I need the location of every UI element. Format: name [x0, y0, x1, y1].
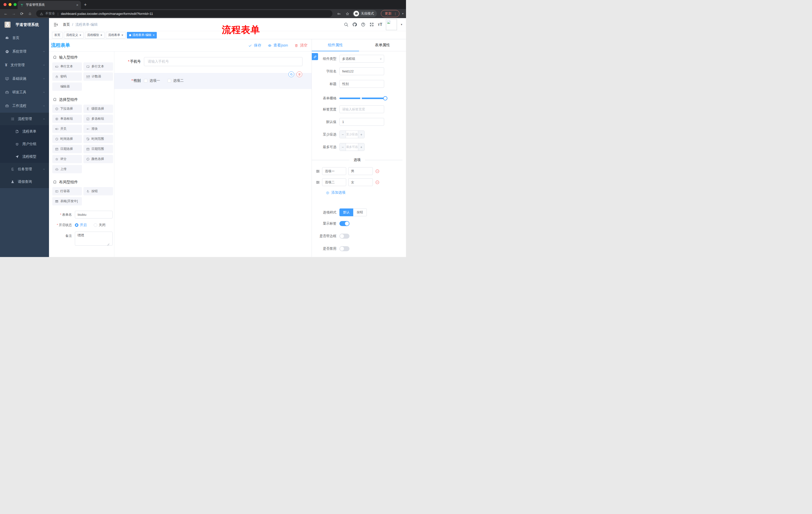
toolbar-caret-icon[interactable]: ▾ — [402, 12, 404, 15]
gender-option-1[interactable]: 选项一 — [144, 78, 160, 83]
palette-item-select[interactable]: 下拉选择 — [52, 105, 82, 113]
save-button[interactable]: 保存 — [248, 43, 261, 48]
tab-form-props[interactable]: 表单属性 — [359, 39, 406, 51]
window-minimize-button[interactable] — [8, 3, 11, 6]
tag-process-form-edit[interactable]: 流程表单-编辑× — [127, 32, 157, 38]
tag-close-icon[interactable]: × — [100, 33, 103, 37]
tag-process-definition[interactable]: 流程定义× — [64, 32, 84, 38]
palette-item-button[interactable]: 按钮 — [83, 187, 113, 195]
password-key-icon[interactable] — [337, 11, 341, 16]
sidebar-item-user-group[interactable]: 用户分组 — [0, 138, 49, 151]
delete-field-button[interactable] — [296, 72, 302, 77]
breadcrumb-home[interactable]: 首页 — [63, 22, 70, 27]
option-value-input[interactable] — [348, 167, 373, 175]
tag-process-model[interactable]: 流程模型× — [85, 32, 105, 38]
tag-home[interactable]: 首页 — [52, 32, 63, 38]
palette-item-single-line-text[interactable]: 单行文本 — [52, 62, 82, 71]
duplicate-field-button[interactable] — [288, 72, 294, 77]
phone-input[interactable]: 请输入手机号 — [144, 57, 302, 66]
github-icon[interactable] — [352, 22, 357, 27]
tag-close-icon[interactable]: × — [79, 33, 81, 37]
option-label-input[interactable] — [322, 167, 346, 175]
remove-option-button[interactable] — [375, 169, 380, 173]
palette-item-counter[interactable]: 123计数器 — [83, 73, 113, 81]
palette-item-radio-group[interactable]: 单选框组 — [52, 115, 82, 123]
palette-item-row-container[interactable]: 行容器 — [52, 187, 82, 195]
sidebar-item-infra[interactable]: 基础设施 — [0, 72, 49, 85]
increase-button[interactable]: + — [358, 131, 364, 138]
title-input[interactable] — [340, 80, 384, 88]
palette-item-time-range[interactable]: 时间范围 — [83, 135, 113, 143]
update-button[interactable]: 更新 — [381, 10, 400, 17]
toggle-show-label[interactable] — [340, 221, 349, 226]
view-json-button[interactable]: 查看json — [268, 43, 288, 48]
tab-component-props[interactable]: 组件属性 — [312, 39, 359, 51]
palette-item-multi-line-text[interactable]: 多行文本 — [83, 62, 113, 71]
palette-item-checkbox-group[interactable]: 多选框组 — [83, 115, 113, 123]
decrease-button[interactable]: − — [340, 143, 346, 151]
sidebar-item-process-model[interactable]: 流程模型 — [0, 151, 49, 163]
sidebar-item-process-form[interactable]: 流程表单 — [0, 125, 49, 138]
tab-close-icon[interactable]: × — [76, 3, 78, 7]
sidebar-item-home[interactable]: 首页 — [0, 31, 49, 45]
checkbox-icon[interactable] — [168, 79, 171, 82]
toggle-disabled[interactable] — [340, 246, 349, 251]
sidebar-item-leave-query[interactable]: 请假查询 — [0, 175, 49, 188]
checkbox-icon[interactable] — [144, 79, 147, 82]
status-option-open[interactable]: 开启 — [80, 223, 87, 227]
palette-item-switch[interactable]: 开关 — [52, 125, 82, 133]
sidebar-item-workflow[interactable]: 工作流程 — [0, 99, 49, 113]
remark-textarea[interactable] — [75, 232, 113, 246]
palette-item-upload[interactable]: 上传 — [52, 165, 82, 173]
search-icon[interactable] — [344, 22, 348, 27]
link-tag-button[interactable] — [312, 53, 318, 60]
palette-item-color-picker[interactable]: 颜色选择 — [83, 155, 113, 163]
radio-on-icon[interactable] — [75, 223, 78, 227]
add-option-button[interactable]: 添加选项 — [326, 190, 345, 195]
sidebar-item-devtools[interactable]: 研发工具 — [0, 85, 49, 99]
label-width-input[interactable] — [340, 105, 384, 113]
tag-close-icon[interactable]: × — [121, 33, 123, 37]
decrease-button[interactable]: − — [340, 131, 346, 138]
tag-close-icon[interactable]: × — [153, 33, 155, 37]
app-logo[interactable]: 芋道管理系统 — [0, 18, 49, 31]
palette-item-date-range[interactable]: 日期范围 — [83, 145, 113, 153]
palette-item-date-picker[interactable]: 日期选择 — [52, 145, 82, 153]
status-option-closed[interactable]: 关闭 — [99, 223, 106, 227]
increase-button[interactable]: + — [358, 143, 364, 151]
sidebar-item-task-mgmt[interactable]: 任务管理 — [0, 163, 49, 175]
bookmark-star-icon[interactable] — [345, 11, 349, 16]
tag-process-form[interactable]: 流程表单× — [106, 32, 126, 38]
palette-item-table-dev[interactable]: 表格[开发中] — [52, 197, 82, 206]
palette-item-time-picker[interactable]: 时间选择 — [52, 135, 82, 143]
component-type-select[interactable]: ∨ — [340, 55, 384, 63]
avatar-caret-icon[interactable]: ▾ — [401, 23, 402, 26]
toggle-with-border[interactable] — [340, 234, 349, 239]
forward-button[interactable]: → — [10, 11, 17, 16]
sidebar-item-process-mgmt[interactable]: 流程管理 — [0, 113, 49, 125]
form-grid-slider[interactable] — [340, 98, 385, 99]
fullscreen-icon[interactable] — [369, 22, 374, 27]
palette-item-cascader[interactable]: 级联选择 — [83, 105, 113, 113]
radio-off-icon[interactable] — [94, 223, 97, 227]
option-value-input[interactable] — [348, 178, 373, 186]
sidebar-toggle-button[interactable] — [53, 22, 58, 27]
canvas-field-gender-selected[interactable]: 性别 选项一选项二 — [114, 73, 312, 89]
canvas-field-phone[interactable]: 手机号 请输入手机号 — [114, 57, 312, 66]
clear-button[interactable]: 清空 — [294, 43, 308, 48]
home-button[interactable]: ⌂ — [27, 11, 33, 16]
palette-item-slider[interactable]: 滑块 — [83, 125, 113, 133]
remove-option-button[interactable] — [375, 180, 380, 185]
back-button[interactable]: ← — [2, 11, 9, 16]
gender-option-2[interactable]: 选项二 — [168, 78, 184, 83]
reload-button[interactable]: ⟳ — [19, 11, 25, 16]
palette-item-editor[interactable]: 编辑器 — [52, 82, 82, 91]
browser-tab[interactable]: 芋道管理系统 × — [18, 1, 81, 9]
field-name-input[interactable] — [340, 67, 384, 75]
font-size-icon[interactable]: ᴛT — [378, 22, 382, 27]
form-name-input[interactable] — [75, 211, 113, 218]
palette-item-rate[interactable]: 评分 — [52, 155, 82, 163]
url-bar[interactable]: 不安全 | dashboard.yudao.iocoder.cn/bpm/man… — [36, 10, 332, 17]
default-value-input[interactable] — [340, 118, 384, 126]
window-close-button[interactable] — [3, 3, 6, 6]
